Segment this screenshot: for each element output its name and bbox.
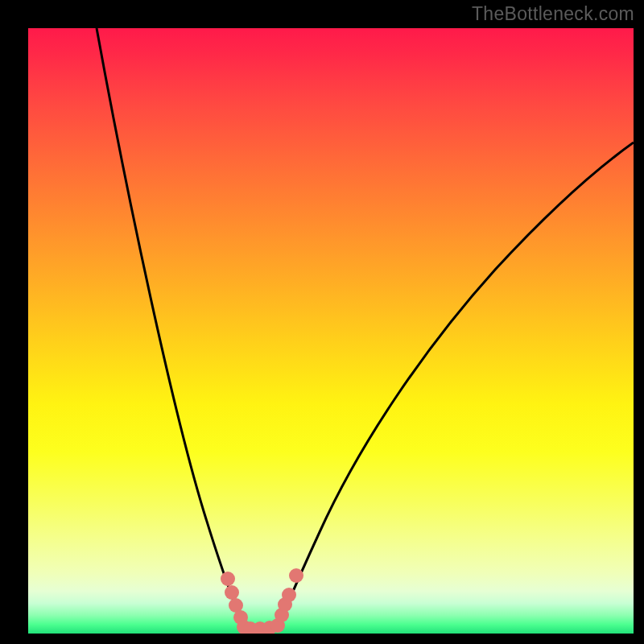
watermark-text: TheBottleneck.com — [472, 3, 634, 25]
data-marker — [221, 572, 235, 586]
right-curve — [278, 142, 634, 627]
data-marker — [225, 585, 239, 600]
plot-area — [28, 28, 634, 634]
chart-svg — [28, 28, 634, 634]
data-marker — [289, 568, 303, 583]
left-curve — [97, 28, 244, 627]
curve-group — [97, 28, 634, 627]
data-marker — [282, 588, 296, 602]
chart-frame: TheBottleneck.com — [0, 0, 644, 644]
data-markers — [221, 568, 303, 634]
